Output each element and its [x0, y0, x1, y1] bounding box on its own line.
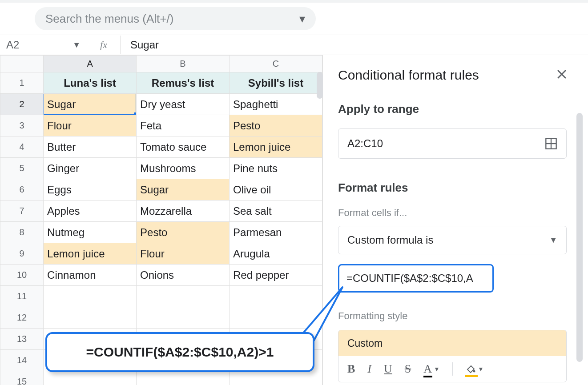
cell[interactable]: Dry yeast [137, 94, 230, 115]
cell[interactable]: Cinnamon [44, 265, 137, 286]
cell[interactable] [137, 286, 230, 307]
close-icon[interactable] [557, 68, 567, 82]
cell[interactable]: Flour [44, 115, 137, 136]
cell[interactable]: Nutmeg [44, 222, 137, 243]
cell[interactable]: Ginger [44, 158, 137, 179]
row-header[interactable]: 2 [0, 94, 44, 115]
cell[interactable]: Lemon juice [44, 243, 137, 265]
style-toolbar: B I U S A ▼ ▼ [338, 356, 566, 382]
cell[interactable]: Pine nuts [230, 158, 322, 179]
row-header[interactable]: 14 [0, 350, 44, 371]
row-header[interactable]: 1 [0, 72, 44, 94]
select-range-icon[interactable] [545, 137, 557, 150]
col-header[interactable]: C [230, 56, 322, 72]
apply-range-label: Apply to range [338, 102, 567, 116]
underline-button[interactable]: U [384, 362, 392, 376]
cell[interactable]: Eggs [44, 179, 137, 201]
toolbar-divider [452, 362, 453, 376]
cell[interactable] [44, 307, 137, 329]
row-header[interactable]: 4 [0, 136, 44, 158]
spreadsheet-area: A B C 1Luna's listRemus's listSybill's l… [0, 55, 323, 385]
cell[interactable]: Arugula [230, 243, 322, 265]
cell[interactable] [230, 307, 322, 329]
col-header[interactable]: A [44, 56, 137, 72]
custom-formula-input[interactable]: =COUNTIF($A$2:$C$10,A [338, 264, 494, 293]
row-header[interactable]: 9 [0, 243, 44, 265]
panel-title: Conditional format rules [338, 68, 479, 83]
format-cells-if-label: Format cells if... [338, 207, 567, 219]
cell[interactable] [230, 286, 322, 307]
row-header[interactable]: 7 [0, 201, 44, 222]
paint-bucket-icon [465, 364, 476, 374]
svg-point-3 [473, 370, 475, 373]
cell[interactable]: Mushrooms [137, 158, 230, 179]
cell[interactable]: Lemon juice [230, 136, 322, 158]
cell[interactable] [137, 371, 230, 385]
style-preview[interactable]: Custom [338, 330, 566, 356]
col-header[interactable]: B [137, 56, 230, 72]
cell[interactable]: Mozzarella [137, 201, 230, 222]
selection-handle[interactable] [134, 112, 137, 115]
cell[interactable]: Pesto [230, 115, 322, 136]
strike-button[interactable]: S [405, 362, 411, 376]
condition-value: Custom formula is [347, 234, 433, 246]
menu-search[interactable]: Search the menus (Alt+/) ▾ [35, 7, 316, 30]
cell[interactable]: Flour [137, 243, 230, 265]
name-box-value: A2 [6, 39, 19, 51]
formula-bar-input[interactable]: Sugar [121, 39, 588, 51]
cell[interactable]: Onions [137, 265, 230, 286]
conditional-format-panel: Conditional format rules Apply to range … [323, 55, 588, 385]
range-input[interactable]: A2:C10 [338, 128, 567, 159]
bold-button[interactable]: B [347, 362, 355, 376]
formatting-style-label: Formatting style [338, 310, 567, 322]
header-cell[interactable]: Luna's list [44, 72, 137, 94]
cell[interactable] [230, 371, 322, 385]
formatting-style-box: Custom B I U S A ▼ [338, 330, 567, 382]
italic-button[interactable]: I [367, 362, 371, 376]
cell[interactable]: Butter [44, 136, 137, 158]
row-header[interactable]: 12 [0, 307, 44, 329]
cell[interactable]: Sugar [137, 179, 230, 201]
row-header[interactable]: 6 [0, 179, 44, 201]
header-cell[interactable]: Sybill's list [230, 72, 322, 94]
search-row: Search the menus (Alt+/) ▾ [0, 3, 588, 35]
cell[interactable] [44, 286, 137, 307]
chevron-down-icon: ▾ [299, 12, 305, 26]
row-header[interactable]: 3 [0, 115, 44, 136]
cell[interactable]: Olive oil [230, 179, 322, 201]
range-value: A2:C10 [347, 137, 383, 150]
chevron-down-icon: ▼ [478, 365, 484, 373]
row-header[interactable]: 8 [0, 222, 44, 243]
format-rules-label: Format rules [338, 181, 567, 195]
row-header[interactable]: 15 [0, 371, 44, 385]
cell[interactable]: Sea salt [230, 201, 322, 222]
name-box[interactable]: A2 ▼ [0, 39, 87, 51]
header-cell[interactable]: Remus's list [137, 72, 230, 94]
callout-text: =COUNTIF($A$2:$C$10,A2)>1 [86, 345, 274, 360]
text-color-letter: A [423, 362, 432, 375]
cell[interactable]: Feta [137, 115, 230, 136]
select-all-corner[interactable] [0, 56, 44, 72]
cell[interactable]: Sugar [44, 94, 137, 115]
row-header[interactable]: 11 [0, 286, 44, 307]
condition-select[interactable]: Custom formula is ▼ [338, 226, 567, 254]
scrollbar-vertical[interactable] [317, 72, 323, 99]
cell[interactable]: Red pepper [230, 265, 322, 286]
scrollbar-vertical[interactable] [576, 113, 583, 362]
cell[interactable] [44, 371, 137, 385]
text-color-button[interactable]: A ▼ [423, 362, 440, 376]
chevron-down-icon: ▼ [549, 236, 557, 245]
cell[interactable] [137, 307, 230, 329]
cell[interactable]: Parmesan [230, 222, 322, 243]
cell[interactable]: Apples [44, 201, 137, 222]
formula-callout: =COUNTIF($A$2:$C$10,A2)>1 [45, 332, 314, 372]
text-color-swatch [423, 376, 432, 377]
fill-color-button[interactable]: ▼ [465, 364, 484, 374]
style-preview-text: Custom [347, 337, 383, 349]
cell[interactable]: Tomato sauce [137, 136, 230, 158]
row-header[interactable]: 5 [0, 158, 44, 179]
cell[interactable]: Pesto [137, 222, 230, 243]
cell[interactable]: Spaghetti [230, 94, 322, 115]
row-header[interactable]: 13 [0, 329, 44, 350]
row-header[interactable]: 10 [0, 265, 44, 286]
